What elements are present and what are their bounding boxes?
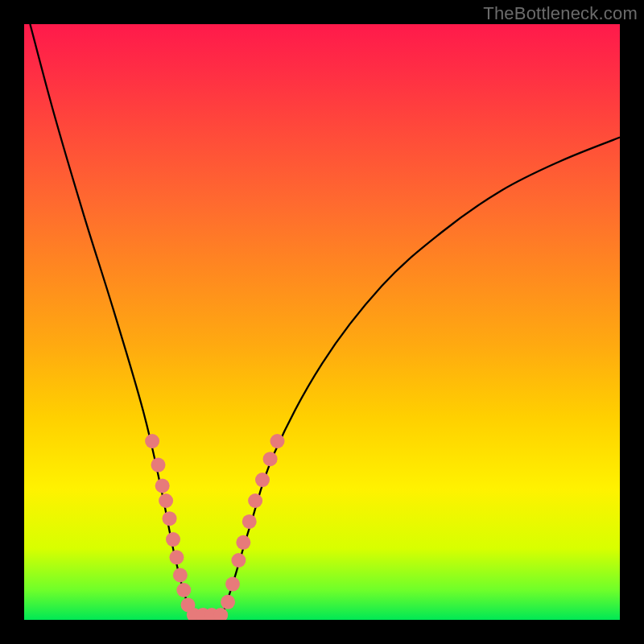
data-dot: [242, 514, 257, 529]
data-dot: [155, 479, 170, 493]
data-dot: [176, 583, 191, 597]
plot-area: [24, 24, 620, 620]
watermark-text: TheBottleneck.com: [483, 3, 638, 24]
data-dot: [248, 493, 262, 508]
data-dot: [145, 434, 159, 448]
data-dot: [255, 473, 270, 487]
data-dot: [221, 595, 235, 609]
data-dot: [169, 550, 184, 564]
data-dot: [231, 553, 246, 568]
data-dot: [166, 532, 180, 547]
chart-svg: [24, 24, 620, 620]
data-dot: [173, 568, 188, 583]
data-dot: [270, 434, 285, 448]
chart-frame: TheBottleneck.com: [0, 0, 644, 644]
data-dot: [225, 577, 240, 592]
data-dot: [159, 493, 173, 508]
data-dot: [151, 458, 166, 473]
data-dot: [263, 452, 278, 466]
data-dot: [163, 511, 177, 526]
curve-right: [221, 138, 620, 620]
curve-left: [30, 24, 196, 620]
data-dot: [236, 535, 250, 550]
dots-group: [145, 434, 284, 620]
